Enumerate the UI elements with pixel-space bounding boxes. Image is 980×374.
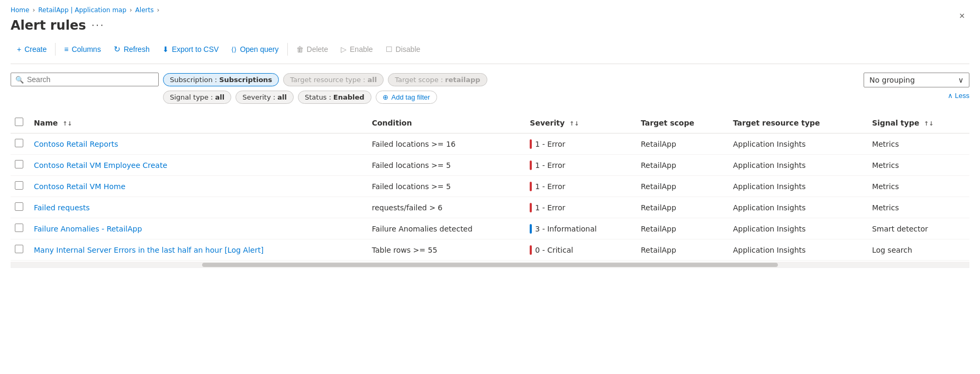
less-label: Less: [955, 92, 969, 100]
signal-type-sep: :: [211, 93, 213, 101]
row-name-link-0[interactable]: Contoso Retail Reports: [34, 140, 118, 148]
row-checkbox-1[interactable]: [15, 160, 23, 168]
no-grouping-select[interactable]: No grouping ∨: [864, 73, 969, 87]
row-target-scope-cell-1: RetailApp: [634, 155, 727, 176]
search-icon: 🔍: [15, 76, 24, 84]
disable-button[interactable]: ☐ Disable: [379, 42, 427, 57]
row-signal-type-cell-4: Smart detector: [866, 218, 969, 239]
alert-rules-table: Name ↑↓ Condition Severity ↑↓ Target sco…: [11, 112, 969, 261]
col-header-name[interactable]: Name ↑↓: [28, 112, 366, 133]
breadcrumb-sep-2: ›: [130, 6, 132, 14]
row-target-resource-type-cell-1: Application Insights: [727, 155, 866, 176]
toolbar-divider-1: [55, 43, 56, 56]
row-target-resource-type-cell-5: Application Insights: [727, 239, 866, 261]
row-condition-cell-2: Failed locations >= 5: [366, 176, 524, 197]
severity-badge-2: 1 - Error: [530, 182, 628, 191]
row-checkbox-0[interactable]: [15, 139, 23, 147]
row-checkbox-cell-4: [11, 218, 28, 239]
disable-label: Disable: [396, 45, 421, 54]
subscription-filter-chip[interactable]: Subscription : Subscriptions: [163, 73, 279, 86]
row-name-link-4[interactable]: Failure Anomalies - RetailApp: [34, 225, 142, 233]
severity-badge-4: 3 - Informational: [530, 224, 628, 234]
title-row: Alert rules ···: [11, 18, 969, 33]
search-input-wrap[interactable]: 🔍: [11, 73, 159, 86]
severity-badge-3: 1 - Error: [530, 203, 628, 212]
row-name-link-3[interactable]: Failed requests: [34, 203, 90, 212]
export-button[interactable]: ⬇ Export to CSV: [156, 42, 225, 57]
row-name-link-2[interactable]: Contoso Retail VM Home: [34, 182, 125, 191]
breadcrumb-sep-3: ›: [157, 6, 159, 14]
breadcrumb-alerts[interactable]: Alerts: [135, 6, 154, 14]
row-target-scope-cell-3: RetailApp: [634, 197, 727, 218]
target-scope-filter-chip[interactable]: Target scope : retailapp: [388, 73, 487, 86]
add-tag-filter-button[interactable]: ⊕ Add tag filter: [376, 91, 437, 104]
enable-icon: ▷: [341, 45, 347, 54]
row-severity-cell-2: 1 - Error: [523, 176, 634, 197]
select-all-checkbox[interactable]: [15, 118, 23, 126]
row-checkbox-cell-1: [11, 155, 28, 176]
severity-label-5: 0 - Critical: [535, 246, 573, 254]
delete-icon: 🗑: [296, 45, 304, 54]
row-name-cell-4: Failure Anomalies - RetailApp: [28, 218, 366, 239]
close-button[interactable]: ×: [955, 8, 969, 23]
chevron-up-icon: ∧: [948, 92, 953, 100]
row-checkbox-2[interactable]: [15, 181, 23, 190]
filter-bar: 🔍 Subscription : Subscriptions Target re…: [11, 73, 969, 104]
severity-label-2: 1 - Error: [535, 182, 565, 191]
table-row: Many Internal Server Errors in the last …: [11, 239, 969, 261]
refresh-label: Refresh: [124, 45, 150, 54]
columns-button[interactable]: ≡ Columns: [58, 42, 107, 57]
status-value: Enabled: [333, 93, 365, 101]
title-more-button[interactable]: ···: [91, 19, 104, 32]
table-row: Failure Anomalies - RetailApp Failure An…: [11, 218, 969, 239]
row-name-link-5[interactable]: Many Internal Server Errors in the last …: [34, 246, 264, 254]
severity-dot-5: [530, 245, 532, 255]
row-target-resource-type-cell-3: Application Insights: [727, 197, 866, 218]
row-checkbox-4[interactable]: [15, 224, 23, 232]
subscription-sep: :: [215, 76, 217, 84]
severity-filter-chip[interactable]: Severity : all: [235, 91, 294, 104]
severity-dot-4: [530, 224, 532, 234]
col-header-target-scope: Target scope: [634, 112, 727, 133]
severity-dot-3: [530, 203, 532, 212]
row-condition-cell-1: Failed locations >= 5: [366, 155, 524, 176]
row-checkbox-cell-0: [11, 133, 28, 155]
row-severity-cell-1: 1 - Error: [523, 155, 634, 176]
search-input[interactable]: [27, 75, 154, 84]
breadcrumb-app-map[interactable]: RetailApp | Application map: [38, 6, 126, 14]
create-label: Create: [24, 45, 47, 54]
severity-label-3: 1 - Error: [535, 203, 565, 212]
col-header-signal-type[interactable]: Signal type ↑↓: [866, 112, 969, 133]
target-resource-type-filter-chip[interactable]: Target resource type : all: [283, 73, 384, 86]
row-severity-cell-5: 0 - Critical: [523, 239, 634, 261]
delete-button[interactable]: 🗑 Delete: [290, 42, 334, 57]
status-filter-chip[interactable]: Status : Enabled: [298, 91, 371, 104]
row-checkbox-5[interactable]: [15, 245, 23, 253]
less-button[interactable]: ∧ Less: [948, 92, 969, 100]
severity-label-4: 3 - Informational: [535, 225, 596, 233]
severity-sep: :: [273, 93, 275, 101]
table-row: Failed requests requests/failed > 6 1 - …: [11, 197, 969, 218]
create-button[interactable]: + Create: [11, 42, 53, 57]
row-signal-type-cell-2: Metrics: [866, 176, 969, 197]
enable-button[interactable]: ▷ Enable: [334, 42, 379, 57]
row-name-link-1[interactable]: Contoso Retail VM Employee Create: [34, 161, 167, 170]
table-container[interactable]: Name ↑↓ Condition Severity ↑↓ Target sco…: [11, 112, 969, 261]
col-header-severity[interactable]: Severity ↑↓: [523, 112, 634, 133]
refresh-button[interactable]: ↻ Refresh: [107, 41, 156, 57]
row-severity-cell-3: 1 - Error: [523, 197, 634, 218]
signal-type-filter-chip[interactable]: Signal type : all: [163, 91, 231, 104]
table-header-row: Name ↑↓ Condition Severity ↑↓ Target sco…: [11, 112, 969, 133]
filter-bar-left: 🔍 Subscription : Subscriptions Target re…: [11, 73, 859, 104]
table-header-checkbox-cell: [11, 112, 28, 133]
export-label: Export to CSV: [172, 45, 219, 54]
table-row: Contoso Retail VM Employee Create Failed…: [11, 155, 969, 176]
breadcrumb-home[interactable]: Home: [11, 6, 29, 14]
open-query-button[interactable]: ⟨⟩ Open query: [225, 42, 285, 57]
horizontal-scrollbar[interactable]: [11, 262, 969, 268]
row-checkbox-3[interactable]: [15, 202, 23, 211]
row-name-cell-1: Contoso Retail VM Employee Create: [28, 155, 366, 176]
chevron-down-icon: ∨: [958, 76, 964, 84]
subscription-value: Subscriptions: [219, 76, 272, 84]
page-container: × Home › RetailApp | Application map › A…: [0, 0, 980, 268]
